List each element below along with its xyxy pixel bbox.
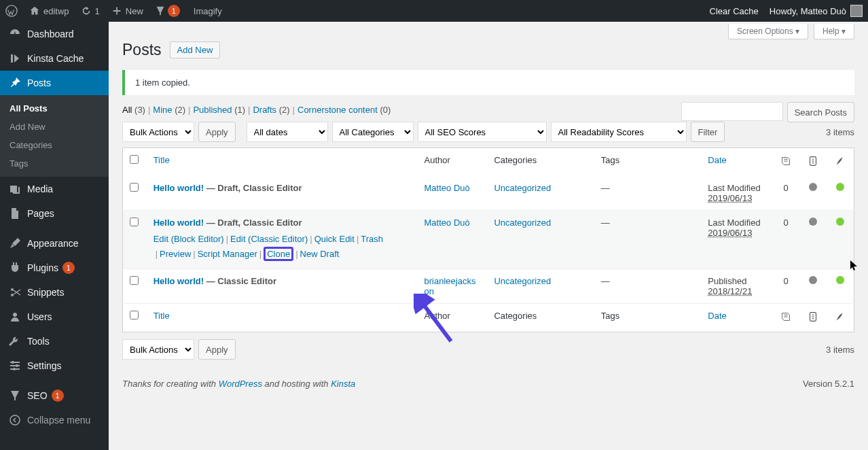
sub-tags[interactable]: Tags bbox=[0, 154, 109, 173]
filter-link[interactable]: Cornerstone content (0) bbox=[297, 105, 391, 115]
col-title[interactable]: Title bbox=[153, 155, 170, 165]
sidebar-item-settings[interactable]: Settings bbox=[0, 353, 109, 378]
quick-edit-link[interactable]: Quick Edit bbox=[314, 234, 355, 244]
wordpress-link[interactable]: WordPress bbox=[219, 379, 262, 389]
new-draft-link[interactable]: New Draft bbox=[300, 249, 340, 259]
category-link[interactable]: Uncategorized bbox=[494, 183, 551, 193]
sidebar-item-media[interactable]: Media bbox=[0, 177, 109, 201]
seo-badge: 1 bbox=[52, 390, 64, 402]
sidebar-item-label: Pages bbox=[27, 208, 54, 219]
apply-button-bottom[interactable]: Apply bbox=[198, 339, 236, 360]
kinsta-icon bbox=[8, 52, 22, 65]
svg-point-7 bbox=[10, 415, 20, 425]
sidebar-item-snippets[interactable]: Snippets bbox=[0, 280, 109, 305]
status-filters: All (3)|Mine (2)|Published (1)|Drafts (2… bbox=[122, 105, 854, 115]
search-input[interactable] bbox=[681, 102, 783, 121]
filter-link[interactable]: All (3) bbox=[122, 105, 145, 115]
author-link[interactable]: Matteo Duò bbox=[424, 183, 470, 193]
select-all-checkbox[interactable] bbox=[130, 155, 139, 164]
user-icon bbox=[8, 310, 22, 324]
bulk-actions-select-bottom[interactable]: Bulk Actions bbox=[122, 339, 194, 360]
filter-link[interactable]: Published (1) bbox=[193, 105, 245, 115]
select-all-checkbox-bottom[interactable] bbox=[130, 311, 139, 319]
row-checkbox[interactable] bbox=[130, 183, 139, 192]
sub-add-new[interactable]: Add New bbox=[0, 118, 109, 136]
collapse-icon bbox=[8, 413, 22, 427]
sidebar-item-label: Posts bbox=[27, 77, 51, 88]
clear-cache[interactable]: Clear Cache bbox=[704, 0, 764, 22]
preview-link[interactable]: Preview bbox=[160, 249, 191, 259]
row-checkbox[interactable] bbox=[130, 218, 139, 226]
search-posts-button[interactable]: Search Posts bbox=[787, 102, 854, 122]
col-date[interactable]: Date bbox=[708, 155, 726, 165]
sidebar-item-seo[interactable]: SEO 1 bbox=[0, 383, 109, 408]
wp-logo[interactable] bbox=[0, 0, 23, 22]
dates-select[interactable]: All dates bbox=[247, 122, 328, 142]
sidebar-item-appearance[interactable]: Appearance bbox=[0, 231, 109, 256]
success-notice: 1 item copied. bbox=[122, 70, 854, 95]
script-manager-link[interactable]: Script Manager bbox=[198, 249, 257, 259]
new-item[interactable]: New bbox=[105, 0, 149, 22]
howdy-user[interactable]: Howdy, Matteo Duò bbox=[764, 0, 868, 22]
screen-options-button[interactable]: Screen Options ▾ bbox=[728, 24, 808, 39]
imagify-item[interactable]: Imagify bbox=[185, 0, 228, 22]
sidebar-item-plugins[interactable]: Plugins 1 bbox=[0, 256, 109, 280]
plugin-icon bbox=[8, 261, 22, 275]
bulk-actions-select[interactable]: Bulk Actions bbox=[122, 122, 194, 142]
help-button[interactable]: Help ▾ bbox=[814, 24, 854, 39]
items-count: 3 items bbox=[826, 127, 854, 137]
col-categories: Categories bbox=[487, 148, 594, 177]
collapse-menu[interactable]: Collapse menu bbox=[0, 408, 109, 432]
yoast-badge: 1 bbox=[168, 5, 180, 17]
sidebar-item-tools[interactable]: Tools bbox=[0, 329, 109, 353]
sidebar-item-pages[interactable]: Pages bbox=[0, 201, 109, 226]
page-icon bbox=[8, 207, 22, 220]
sidebar-item-label: Kinsta Cache bbox=[27, 53, 84, 64]
filter-button[interactable]: Filter bbox=[691, 122, 725, 142]
category-link[interactable]: Uncategorized bbox=[494, 276, 551, 286]
sidebar-item-users[interactable]: Users bbox=[0, 305, 109, 329]
post-title-link[interactable]: Hello world! bbox=[153, 276, 204, 286]
author-link[interactable]: Matteo Duò bbox=[424, 218, 470, 228]
refresh-item[interactable]: 1 bbox=[75, 0, 105, 22]
svg-point-11 bbox=[812, 162, 814, 164]
categories-select[interactable]: All Categories bbox=[332, 122, 414, 142]
sub-all-posts[interactable]: All Posts bbox=[0, 99, 109, 118]
wordpress-icon bbox=[5, 5, 18, 17]
kinsta-link[interactable]: Kinsta bbox=[331, 379, 355, 389]
col-title[interactable]: Title bbox=[153, 311, 170, 321]
yoast-item[interactable]: 1 bbox=[149, 0, 185, 22]
apply-button[interactable]: Apply bbox=[198, 122, 236, 142]
seo-dot bbox=[799, 269, 827, 304]
scissors-icon bbox=[8, 285, 22, 299]
sidebar-item-kinsta[interactable]: Kinsta Cache bbox=[0, 46, 109, 71]
sidebar-item-posts[interactable]: Posts bbox=[0, 71, 109, 95]
filter-link[interactable]: Drafts (2) bbox=[253, 105, 289, 115]
svg-point-0 bbox=[6, 5, 17, 16]
post-title-link[interactable]: Hello world! bbox=[153, 218, 204, 228]
avatar bbox=[850, 5, 863, 17]
svg-point-9 bbox=[812, 158, 814, 160]
trash-link[interactable]: Trash bbox=[361, 234, 383, 244]
add-new-button[interactable]: Add New bbox=[170, 41, 221, 58]
sub-categories[interactable]: Categories bbox=[0, 136, 109, 154]
refresh-count: 1 bbox=[95, 6, 100, 16]
new-label: New bbox=[126, 6, 143, 16]
clone-link[interactable]: Clone bbox=[264, 247, 293, 261]
readability-select[interactable]: All Readability Scores bbox=[551, 122, 687, 142]
howdy-text: Howdy, Matteo Duò bbox=[770, 6, 846, 16]
footer: Thanks for creating with WordPress and h… bbox=[122, 379, 854, 389]
author-link[interactable]: brianleejackson bbox=[424, 276, 476, 296]
edit-classic-link[interactable]: Edit (Classic Editor) bbox=[230, 234, 308, 244]
svg-point-6 bbox=[13, 368, 16, 370]
site-link[interactable]: editwp bbox=[23, 0, 75, 22]
post-title-link[interactable]: Hello world! bbox=[153, 183, 204, 193]
filter-link[interactable]: Mine (2) bbox=[153, 105, 185, 115]
col-date[interactable]: Date bbox=[708, 311, 726, 321]
edit-block-link[interactable]: Edit (Block Editor) bbox=[153, 234, 224, 244]
seo-scores-select[interactable]: All SEO Scores bbox=[418, 122, 547, 142]
sidebar-item-dashboard[interactable]: Dashboard bbox=[0, 22, 109, 46]
row-checkbox[interactable] bbox=[130, 276, 139, 285]
svg-point-5 bbox=[16, 364, 18, 367]
category-link[interactable]: Uncategorized bbox=[494, 218, 551, 228]
